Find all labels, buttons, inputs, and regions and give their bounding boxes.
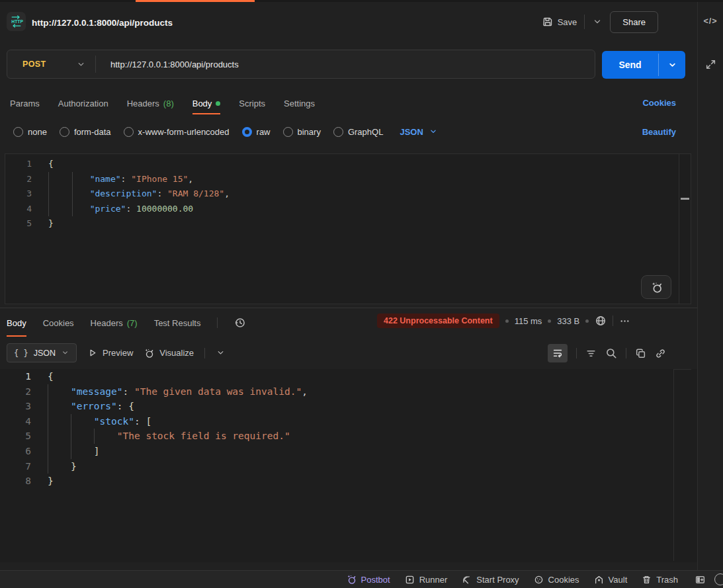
status-bar: Postbot Runner Start Proxy Cookies Vault… [0,570,723,588]
line-number: 4 [0,414,31,429]
cookies-link[interactable]: Cookies [642,98,676,108]
statusbar-vault[interactable]: Vault [594,575,628,585]
response-scrollbar-track-edge [673,369,691,370]
radio-icon [60,127,69,137]
help-icon[interactable] [714,573,723,585]
response-code-lines: 1{2 "message": "The given data was inval… [0,369,697,489]
line-number: 1 [0,369,31,384]
request-url-bar: POST http://127.0.0.1:8000/api/products [7,50,595,79]
code-line: 1{ [0,369,697,384]
radio-selected-icon [242,127,252,137]
dot-separator [505,319,509,323]
response-format-select[interactable]: { } JSON [7,343,77,362]
visualize-button[interactable]: Visualize [144,348,194,358]
more-actions-icon[interactable] [619,315,630,327]
line-number: 1 [5,157,32,172]
response-tabs: Body Cookies Headers(7) Test Results [7,309,246,337]
response-time[interactable]: 115 ms [515,316,542,326]
request-tabs: Params Authorization Headers(8) Body Scr… [10,93,315,114]
indent-guide [72,172,73,217]
line-number: 2 [5,172,32,187]
http-request-icon [7,12,26,31]
line-number: 8 [0,474,31,489]
divider [613,315,613,326]
code-snippet-icon[interactable]: </> [698,17,723,26]
response-tab-headers[interactable]: Headers(7) [91,309,138,337]
editor-scrollbar[interactable] [679,154,691,304]
tab-scripts[interactable]: Scripts [239,93,265,114]
code-line: 4 "price": 10000000.00 [5,202,691,217]
request-body-editor[interactable]: 1{2 "name": "IPhone 15",3 "description":… [5,153,691,304]
response-headers-count: (7) [127,318,138,328]
status-badge[interactable]: 422 Unprocessable Content [377,314,499,328]
method-label: POST [22,60,46,69]
postbot-icon [346,574,357,585]
statusbar-trash[interactable]: Trash [642,575,678,585]
response-history-icon[interactable] [234,317,246,329]
line-number: 5 [5,216,32,231]
split-panel-icon[interactable] [695,574,706,585]
search-icon[interactable] [605,347,617,359]
send-button-group: Send [602,51,685,79]
statusbar-runner[interactable]: Runner [405,575,448,585]
divider [204,348,205,358]
url-input[interactable]: http://127.0.0.1:8000/api/products [96,60,239,69]
viewer-options-chevron[interactable] [216,348,226,358]
scrollbar-thumb[interactable] [681,198,689,200]
response-tab-cookies[interactable]: Cookies [43,309,74,337]
mode-form-data[interactable]: form-data [60,127,111,137]
tab-headers[interactable]: Headers(8) [127,93,174,114]
response-size[interactable]: 333 B [557,316,579,326]
divider [217,317,218,328]
play-icon [87,348,97,358]
mode-graphql[interactable]: GraphQL [333,127,383,137]
filter-icon[interactable] [585,348,597,359]
statusbar-start-proxy[interactable]: Start Proxy [462,575,519,585]
cookie-icon [534,575,544,585]
tab-params[interactable]: Params [10,93,40,114]
mode-binary[interactable]: binary [283,127,321,137]
save-button[interactable]: Save [542,17,577,27]
mode-none[interactable]: none [13,127,47,137]
beautify-link[interactable]: Beautify [642,127,676,137]
braces-icon: { } [14,349,28,358]
radio-icon [13,127,23,137]
indent-guide [71,414,71,459]
preview-button[interactable]: Preview [87,348,133,358]
statusbar-cookies[interactable]: Cookies [534,575,579,585]
share-button[interactable]: Share [610,11,658,33]
tab-authorization[interactable]: Authorization [58,93,108,114]
link-icon[interactable] [655,348,666,359]
radio-icon [283,127,293,137]
send-button[interactable]: Send [602,51,658,79]
divider [576,348,577,358]
send-options-chevron[interactable] [659,51,685,79]
satellite-icon [462,575,472,585]
save-options-chevron[interactable] [592,17,603,27]
wrap-text-toggle[interactable] [548,344,568,362]
network-globe-icon[interactable] [595,315,607,327]
response-body-viewer[interactable]: 1{2 "message": "The given data was inval… [0,369,697,562]
postbot-button[interactable] [641,275,671,299]
collapse-expand-icon[interactable] [698,59,723,70]
response-tab-test-results[interactable]: Test Results [154,309,201,337]
request-code-lines: 1{2 "name": "IPhone 15",3 "description":… [5,157,691,231]
mode-x-www-form-urlencoded[interactable]: x-www-form-urlencoded [124,127,230,137]
code-line: 6 ] [0,444,697,459]
tab-body[interactable]: Body [192,93,221,114]
copy-icon[interactable] [635,348,646,359]
line-number: 7 [0,459,31,474]
response-tab-body[interactable]: Body [7,309,26,337]
line-number: 3 [0,399,31,414]
code-line: 2 "message": "The given data was invalid… [0,384,697,399]
divider [584,15,585,29]
method-select[interactable]: POST [7,60,95,69]
tab-settings[interactable]: Settings [284,93,315,114]
mode-raw[interactable]: raw [242,127,271,137]
save-label: Save [558,17,577,27]
line-number: 2 [0,384,31,399]
raw-language-select[interactable]: JSON [400,127,437,137]
dot-separator [548,319,551,323]
statusbar-postbot[interactable]: Postbot [346,574,390,585]
code-line: 5 "The stock field is required." [0,429,697,444]
